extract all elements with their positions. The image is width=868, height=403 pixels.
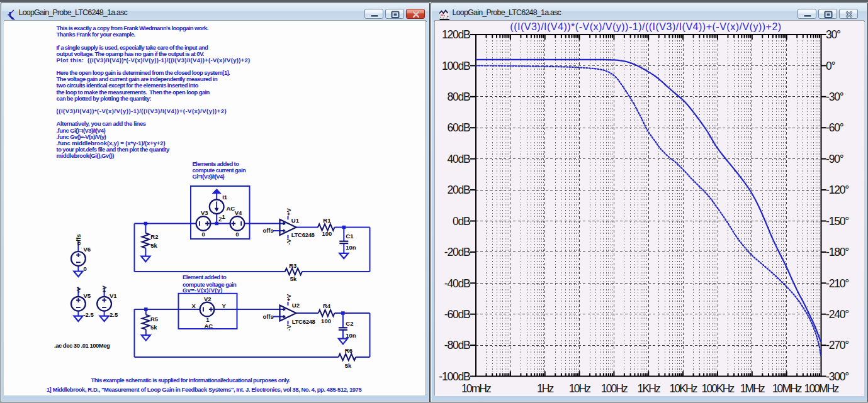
svg-text:LTC6248: LTC6248 <box>292 318 315 325</box>
svg-text:0: 0 <box>235 230 239 237</box>
svg-text:5k: 5k <box>290 275 297 282</box>
svg-text:80dB: 80dB <box>447 91 470 103</box>
svg-text:Z: Z <box>218 216 222 223</box>
svg-text:offs: offs <box>262 227 273 234</box>
svg-text:10KHz: 10KHz <box>670 382 697 395</box>
svg-text:I1: I1 <box>222 193 228 200</box>
svg-text:100Hz: 100Hz <box>601 382 628 395</box>
svg-text:R3: R3 <box>289 262 296 268</box>
svg-text:-40dB: -40dB <box>444 277 470 289</box>
svg-text:-270°: -270° <box>826 339 848 351</box>
svg-text:R4: R4 <box>323 302 331 309</box>
svg-text:-V: -V <box>285 324 292 330</box>
svg-text:((I(V3)/I(V4))*(-V(x)/V(y))-1): ((I(V3)/I(V4))*(-V(x)/V(y))-1)/((I(V3)/I… <box>510 21 781 32</box>
svg-text:Thanks Frank for your example.: Thanks Frank for your example. <box>57 31 135 38</box>
svg-text:((I(V3)/I(V4))*(-V(x)/V(y))-1): ((I(V3)/I(V4))*(-V(x)/V(y))-1)/((I(V3)/I… <box>57 108 227 114</box>
svg-text:X: X <box>192 302 196 309</box>
svg-text:V4: V4 <box>235 209 242 216</box>
svg-text:10MHz: 10MHz <box>772 382 802 395</box>
svg-text:U2: U2 <box>292 302 300 309</box>
svg-text:Y: Y <box>222 302 227 309</box>
svg-text:100: 100 <box>321 317 331 324</box>
svg-text:C2: C2 <box>346 319 353 326</box>
svg-text:offs: offs <box>262 312 273 319</box>
svg-text:10n: 10n <box>346 243 356 250</box>
svg-text:Plot this: ((I(V3)/I(V4))*(-V: Plot this: ((I(V3)/I(V4))*(-V(x)/V(y))-1… <box>57 56 251 63</box>
svg-text:C1: C1 <box>346 232 354 239</box>
svg-text:10n: 10n <box>346 331 356 338</box>
svg-text:-100dB: -100dB <box>439 370 470 382</box>
svg-text:-300°: -300° <box>826 370 848 382</box>
svg-text:1] Middlebrook, R.D., "Measure: 1] Middlebrook, R.D., "Measurement of Lo… <box>47 385 363 392</box>
svg-text:1Hz: 1Hz <box>537 382 554 395</box>
svg-text:V5: V5 <box>83 292 91 299</box>
svg-text:1: 1 <box>222 213 225 219</box>
svg-text:120dB: 120dB <box>442 28 470 41</box>
svg-text:-80dB: -80dB <box>444 339 470 351</box>
svg-text:0: 0 <box>201 230 205 237</box>
svg-text:10mHz: 10mHz <box>461 382 491 395</box>
svg-text:-V: -V <box>285 238 292 245</box>
svg-text:60dB: 60dB <box>447 121 470 134</box>
svg-text:V2: V2 <box>204 295 211 302</box>
svg-text:-90°: -90° <box>826 152 843 165</box>
svg-text:40dB: 40dB <box>447 152 470 165</box>
svg-text:2.5: 2.5 <box>110 311 118 317</box>
svg-text:V3: V3 <box>201 209 208 216</box>
svg-text:0dB: 0dB <box>453 214 470 227</box>
svg-text:+V: +V <box>101 285 108 293</box>
svg-text:middlebrook(Gi(),Gv()): middlebrook(Gi(),Gv()) <box>57 152 115 159</box>
svg-text:R2: R2 <box>150 233 158 240</box>
svg-text:0: 0 <box>83 265 86 272</box>
svg-text:V6: V6 <box>83 246 91 253</box>
svg-text:1MHz: 1MHz <box>740 382 765 395</box>
svg-text:1KHz: 1KHz <box>638 382 660 395</box>
svg-text:Gv=-V(x)/V(y): Gv=-V(x)/V(y) <box>183 287 223 294</box>
svg-text:100MHz: 100MHz <box>804 382 839 395</box>
svg-text:100KHz: 100KHz <box>702 382 735 395</box>
svg-text:-20dB: -20dB <box>444 246 470 258</box>
svg-text:+V: +V <box>285 293 292 301</box>
svg-text:30°: 30° <box>826 28 840 41</box>
svg-text:.ac dec 30 .01 100Meg: .ac dec 30 .01 100Meg <box>54 341 110 348</box>
svg-text:-60dB: -60dB <box>444 307 470 320</box>
svg-text:+V: +V <box>285 207 292 216</box>
svg-text:can be plotted by plotting the: can be plotted by plotting the quantity: <box>57 94 152 101</box>
svg-text:20dB: 20dB <box>447 184 470 196</box>
svg-text:U1: U1 <box>291 216 300 223</box>
svg-text:5k: 5k <box>150 241 157 248</box>
svg-text:-150°: -150° <box>826 214 848 227</box>
svg-text:5k: 5k <box>345 362 352 369</box>
svg-text:-240°: -240° <box>826 307 848 320</box>
svg-text:10Hz: 10Hz <box>569 382 590 395</box>
svg-text:-V: -V <box>75 286 82 292</box>
svg-text:100: 100 <box>322 230 332 237</box>
svg-text:0°: 0° <box>826 59 835 72</box>
svg-text:Gi=I(V3)/I(V4): Gi=I(V3)/I(V4) <box>192 173 224 180</box>
svg-text:Element added to: Element added to <box>183 273 227 280</box>
svg-text:AC: AC <box>226 204 235 211</box>
svg-text:R6: R6 <box>345 347 352 354</box>
svg-text:R1: R1 <box>323 216 331 223</box>
svg-text:-180°: -180° <box>826 246 848 258</box>
svg-text:offs: offs <box>75 234 82 245</box>
svg-text:100dB: 100dB <box>442 59 470 72</box>
svg-text:LTC6248: LTC6248 <box>291 231 315 238</box>
svg-text:R5: R5 <box>150 315 159 322</box>
svg-text:-60°: -60° <box>826 121 843 134</box>
svg-text:This example schematic is supp: This example schematic is supplied for i… <box>91 377 290 384</box>
svg-text:-120°: -120° <box>826 184 848 196</box>
svg-text:V1: V1 <box>110 292 117 299</box>
svg-text:-2.5: -2.5 <box>83 311 94 317</box>
svg-text:-30°: -30° <box>826 91 843 103</box>
svg-text:5k: 5k <box>150 323 157 330</box>
svg-text:AC: AC <box>204 322 213 329</box>
svg-text:-210°: -210° <box>826 277 848 289</box>
